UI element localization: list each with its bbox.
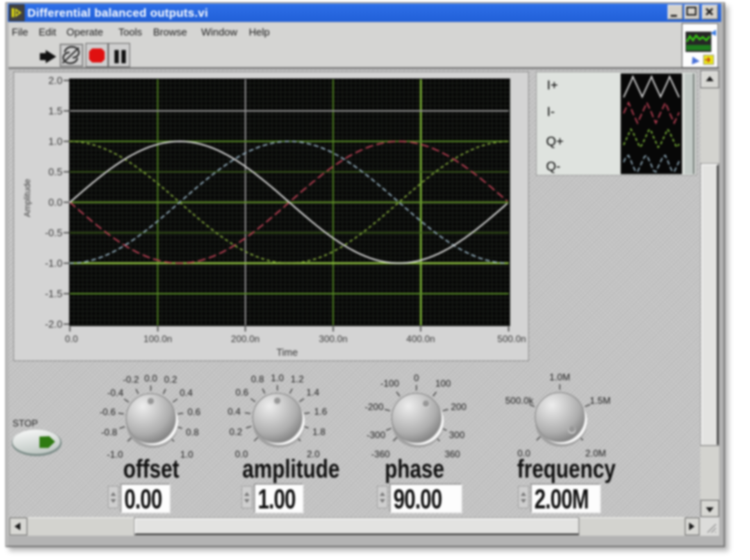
svg-text:0.6: 0.6 [188,407,200,417]
svg-text:-0.8: -0.8 [101,427,117,437]
svg-text:0.0: 0.0 [144,373,157,383]
svg-text:0.8: 0.8 [186,427,199,437]
svg-text:0.2: 0.2 [229,426,242,437]
svg-text:-0.6: -0.6 [100,407,116,417]
svg-text:1.4: 1.4 [306,387,319,398]
svg-text:1.6: 1.6 [314,406,327,417]
svg-text:-0.2: -0.2 [123,374,139,385]
svg-text:1.0M: 1.0M [549,372,570,382]
svg-text:1.5M: 1.5M [590,395,611,406]
svg-text:0.2: 0.2 [164,374,177,385]
svg-text:1.0: 1.0 [180,449,193,460]
svg-text:-200: -200 [365,401,384,412]
svg-text:200: 200 [451,401,466,412]
svg-text:1.8: 1.8 [312,426,325,437]
svg-text:-100: -100 [380,378,399,389]
svg-text:STOP: STOP [12,418,38,428]
svg-text:300: 300 [449,430,464,440]
svg-text:360: 360 [445,449,460,459]
svg-text:-0.4: -0.4 [107,387,123,398]
svg-text:0.4: 0.4 [228,406,241,417]
svg-text:100: 100 [435,378,451,389]
svg-text:0: 0 [414,373,419,383]
svg-text:1.2: 1.2 [291,374,304,384]
svg-text:0.8: 0.8 [251,374,264,384]
svg-text:0.4: 0.4 [180,387,193,398]
svg-text:-1.0: -1.0 [107,449,123,460]
svg-text:1.0: 1.0 [271,373,284,383]
svg-text:-300: -300 [366,430,385,440]
svg-text:0.6: 0.6 [236,387,248,398]
svg-text:500.0k: 500.0k [505,395,534,406]
